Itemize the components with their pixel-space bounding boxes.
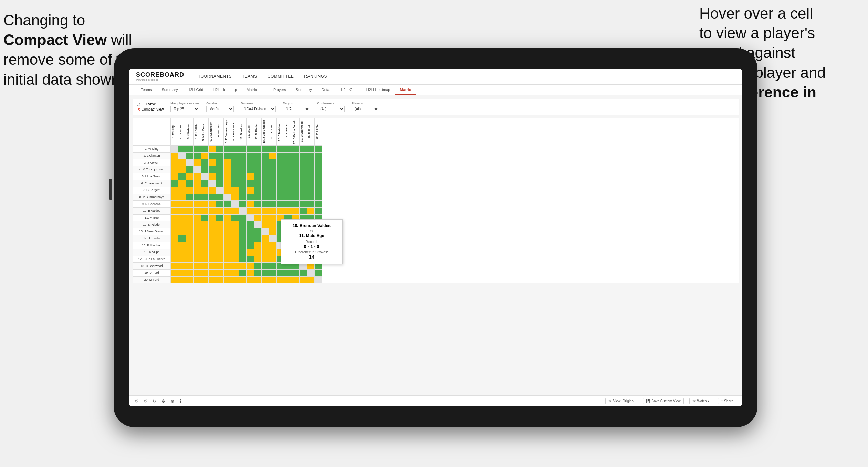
matrix-cell[interactable] (262, 256, 269, 262)
matrix-cell[interactable] (269, 256, 277, 262)
matrix-cell[interactable] (239, 166, 247, 173)
matrix-cell[interactable] (315, 276, 322, 283)
matrix-cell[interactable] (171, 235, 178, 242)
matrix-cell[interactable] (194, 152, 201, 159)
matrix-cell[interactable] (224, 269, 231, 276)
matrix-cell[interactable] (209, 214, 216, 221)
matrix-cell[interactable] (186, 152, 194, 159)
matrix-cell[interactable] (300, 187, 307, 194)
matrix-cell[interactable] (254, 269, 262, 276)
matrix-cell[interactable] (307, 173, 315, 180)
matrix-cell[interactable] (254, 207, 262, 214)
matrix-cell[interactable] (224, 276, 231, 283)
matrix-cell[interactable] (262, 249, 269, 256)
matrix-cell[interactable] (247, 187, 254, 194)
matrix-cell[interactable] (216, 187, 224, 194)
matrix-cell[interactable] (209, 194, 216, 200)
matrix-cell[interactable] (194, 187, 201, 194)
matrix-cell[interactable] (300, 173, 307, 180)
matrix-cell[interactable] (209, 228, 216, 235)
matrix-cell[interactable] (315, 152, 322, 159)
matrix-cell[interactable] (171, 173, 178, 180)
matrix-cell[interactable] (224, 242, 231, 249)
tab-h2h-heatmap1[interactable]: H2H Heatmap (208, 85, 242, 95)
matrix-cell[interactable] (277, 187, 284, 194)
matrix-cell[interactable] (216, 145, 224, 152)
matrix-cell[interactable] (216, 228, 224, 235)
matrix-cell[interactable] (284, 152, 292, 159)
matrix-cell[interactable] (284, 194, 292, 200)
matrix-cell[interactable] (224, 187, 231, 194)
matrix-cell[interactable] (307, 269, 315, 276)
matrix-cell[interactable] (292, 166, 300, 173)
matrix-cell[interactable] (239, 242, 247, 249)
region-select[interactable]: N/A (283, 106, 310, 112)
matrix-cell[interactable] (178, 173, 186, 180)
matrix-cell[interactable] (231, 235, 239, 242)
tab-teams[interactable]: Teams (136, 85, 157, 95)
matrix-cell[interactable] (224, 235, 231, 242)
matrix-cell[interactable] (262, 269, 269, 276)
matrix-cell[interactable] (194, 262, 201, 269)
matrix-cell[interactable] (307, 207, 315, 214)
matrix-cell[interactable] (277, 152, 284, 159)
redo-icon[interactable]: ↻ (153, 399, 156, 404)
nav-committee[interactable]: COMMITTEE (268, 74, 294, 79)
matrix-cell[interactable] (201, 214, 209, 221)
matrix-cell[interactable] (216, 194, 224, 200)
matrix-cell[interactable] (216, 262, 224, 269)
matrix-cell[interactable] (300, 207, 307, 214)
matrix-cell[interactable] (224, 166, 231, 173)
matrix-cell[interactable] (292, 180, 300, 187)
tab-summary1[interactable]: Summary (157, 85, 182, 95)
matrix-cell[interactable] (277, 159, 284, 166)
matrix-cell[interactable] (262, 214, 269, 221)
matrix-cell[interactable] (231, 242, 239, 249)
matrix-cell[interactable] (209, 235, 216, 242)
matrix-cell[interactable] (194, 249, 201, 256)
matrix-cell[interactable] (239, 221, 247, 228)
matrix-cell[interactable] (201, 173, 209, 180)
matrix-cell[interactable] (224, 214, 231, 221)
matrix-cell[interactable] (201, 166, 209, 173)
matrix-cell[interactable] (216, 207, 224, 214)
matrix-cell[interactable] (178, 228, 186, 235)
matrix-cell[interactable] (178, 194, 186, 200)
matrix-cell[interactable] (231, 166, 239, 173)
matrix-cell[interactable] (262, 145, 269, 152)
tab-matrix2[interactable]: Matrix (395, 85, 416, 95)
tab-summary2[interactable]: Summary (291, 85, 317, 95)
full-view-option[interactable]: Full View (137, 102, 164, 106)
matrix-cell[interactable] (239, 145, 247, 152)
matrix-cell[interactable] (178, 152, 186, 159)
matrix-cell[interactable] (186, 145, 194, 152)
matrix-cell[interactable] (254, 214, 262, 221)
nav-teams[interactable]: TEAMS (242, 74, 257, 79)
tab-h2h-heatmap2[interactable]: H2H Heatmap (362, 85, 395, 95)
matrix-cell[interactable] (231, 256, 239, 262)
matrix-cell[interactable] (262, 166, 269, 173)
matrix-cell[interactable] (231, 145, 239, 152)
matrix-cell[interactable] (178, 200, 186, 207)
matrix-cell[interactable] (209, 249, 216, 256)
matrix-cell[interactable] (201, 200, 209, 207)
matrix-cell[interactable] (178, 276, 186, 283)
matrix-cell[interactable] (216, 269, 224, 276)
matrix-cell[interactable] (239, 262, 247, 269)
matrix-cell[interactable] (277, 194, 284, 200)
matrix-cell[interactable] (284, 187, 292, 194)
matrix-cell[interactable] (186, 221, 194, 228)
matrix-cell[interactable] (269, 249, 277, 256)
matrix-cell[interactable] (171, 180, 178, 187)
matrix-cell[interactable] (247, 249, 254, 256)
matrix-cell[interactable] (201, 269, 209, 276)
matrix-cell[interactable] (247, 235, 254, 242)
matrix-cell[interactable] (231, 159, 239, 166)
matrix-cell[interactable] (224, 228, 231, 235)
matrix-cell[interactable] (269, 262, 277, 269)
matrix-cell[interactable] (178, 159, 186, 166)
max-players-select[interactable]: Top 25 (170, 106, 199, 112)
matrix-cell[interactable] (194, 276, 201, 283)
matrix-cell[interactable] (194, 256, 201, 262)
matrix-cell[interactable] (307, 276, 315, 283)
